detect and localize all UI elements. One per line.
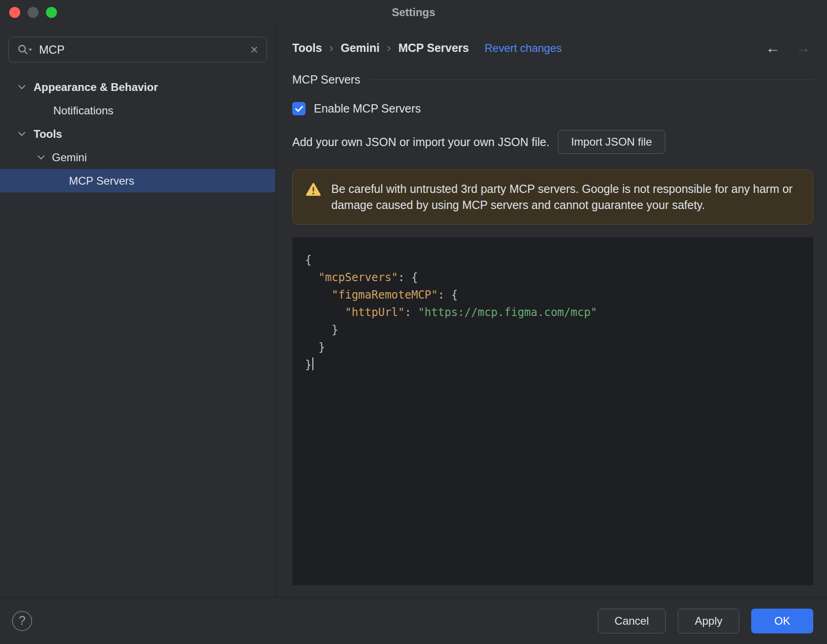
code-line: { [305, 251, 800, 269]
tree-item-label: Gemini [52, 151, 87, 164]
enable-mcp-label: Enable MCP Servers [314, 102, 421, 115]
import-row: Add your own JSON or import your own JSO… [292, 130, 813, 154]
ok-button[interactable]: OK [751, 609, 813, 633]
clear-search-icon[interactable]: × [250, 43, 258, 56]
editor-caret [312, 357, 313, 370]
apply-button[interactable]: Apply [678, 609, 739, 633]
section-title: MCP Servers [292, 73, 360, 86]
enable-mcp-checkbox[interactable] [292, 102, 306, 115]
chevron-down-icon[interactable] [38, 152, 45, 159]
breadcrumb-tools[interactable]: Tools [292, 41, 322, 55]
footer-buttons: Cancel Apply OK [598, 609, 813, 633]
warning-text: Be careful with untrusted 3rd party MCP … [331, 181, 800, 213]
tree-item-label: Appearance & Behavior [34, 81, 158, 94]
import-json-text: Add your own JSON or import your own JSO… [292, 136, 549, 149]
tree-item-notifications[interactable]: Notifications [0, 99, 275, 122]
tree-item-label: Tools [34, 128, 62, 141]
breadcrumb-separator: › [387, 41, 391, 55]
minimize-button[interactable] [28, 7, 39, 18]
window-controls [9, 7, 57, 18]
tree-item-mcp-servers[interactable]: MCP Servers [0, 169, 275, 192]
forward-arrow-icon[interactable]: → [796, 40, 810, 56]
back-arrow-icon[interactable]: ← [765, 40, 780, 56]
zoom-button[interactable] [46, 7, 57, 18]
revert-changes-link[interactable]: Revert changes [485, 42, 562, 55]
window-title: Settings [0, 0, 827, 25]
warning-icon [306, 182, 321, 198]
warning-banner: Be careful with untrusted 3rd party MCP … [292, 169, 813, 225]
tree-item-label: Notifications [53, 104, 113, 117]
breadcrumb-mcp-servers[interactable]: MCP Servers [398, 41, 469, 55]
code-line: "mcpServers": { [305, 269, 800, 286]
breadcrumb-row: Tools › Gemini › MCP Servers Revert chan… [292, 40, 813, 56]
tree-item-tools[interactable]: Tools [0, 122, 275, 146]
section-header: MCP Servers [292, 73, 813, 86]
code-editor[interactable]: { "mcpServers": { "figmaRemoteMCP": { "h… [292, 237, 813, 585]
titlebar: Settings [0, 0, 827, 25]
main-area: × Appearance & Behavior Notifications To… [0, 25, 827, 597]
tree-item-appearance-behavior[interactable]: Appearance & Behavior [0, 75, 275, 99]
chevron-down-icon[interactable] [18, 82, 26, 89]
help-button[interactable]: ? [12, 611, 32, 631]
section-divider [368, 79, 813, 80]
code-line: "httpUrl": "https://mcp.figma.com/mcp" [305, 304, 800, 321]
code-line: } [305, 339, 800, 356]
tree-item-gemini[interactable]: Gemini [0, 146, 275, 169]
code-editor-lines: { "mcpServers": { "figmaRemoteMCP": { "h… [305, 251, 800, 373]
search-field[interactable]: × [8, 37, 267, 62]
code-line: } [305, 356, 800, 373]
code-line: } [305, 321, 800, 339]
search-input[interactable] [39, 43, 244, 56]
enable-mcp-row: Enable MCP Servers [292, 102, 813, 115]
history-nav: ← → [765, 40, 813, 56]
close-button[interactable] [9, 7, 20, 18]
settings-content: Tools › Gemini › MCP Servers Revert chan… [276, 25, 827, 597]
settings-sidebar: × Appearance & Behavior Notifications To… [0, 25, 276, 597]
import-json-button[interactable]: Import JSON file [558, 130, 665, 154]
settings-tree: Appearance & Behavior Notifications Tool… [0, 70, 275, 192]
breadcrumb-gemini[interactable]: Gemini [340, 41, 380, 55]
dialog-footer: ? Cancel Apply OK [0, 597, 827, 644]
settings-window: Settings × [0, 0, 827, 644]
tree-item-label: MCP Servers [69, 175, 134, 187]
search-wrap: × [0, 25, 275, 70]
cancel-button[interactable]: Cancel [598, 609, 666, 633]
breadcrumb-separator: › [329, 41, 334, 55]
breadcrumb: Tools › Gemini › MCP Servers Revert chan… [292, 41, 562, 55]
code-line: "figmaRemoteMCP": { [305, 286, 800, 304]
chevron-down-icon[interactable] [18, 129, 26, 136]
search-icon[interactable] [17, 44, 33, 56]
